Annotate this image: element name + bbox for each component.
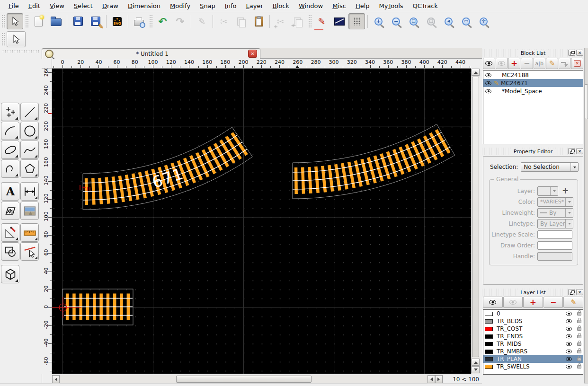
lock-icon[interactable] — [577, 327, 581, 331]
rename-block-button[interactable]: a|b — [534, 58, 546, 69]
lock-icon[interactable] — [577, 342, 581, 346]
layer-list-item[interactable]: 0 — [483, 310, 583, 317]
eye-icon[interactable] — [566, 334, 572, 339]
open-file-button[interactable] — [48, 13, 64, 29]
layer-list-item[interactable]: TR_ENDS — [483, 333, 583, 340]
selection-dropdown[interactable]: No Selection — [521, 162, 579, 172]
eye-icon[interactable] — [485, 81, 491, 85]
circle-tool-button[interactable] — [20, 122, 39, 140]
block-list-item[interactable]: ✎MC24671 — [483, 79, 583, 87]
remove-layer-button[interactable]: − — [543, 297, 563, 308]
menu-misc[interactable]: Misc — [328, 1, 351, 11]
layer-list-item[interactable]: TR_MIDS — [483, 340, 583, 348]
dimension-tool-button[interactable] — [20, 182, 39, 201]
linetype-scale-input[interactable] — [537, 230, 572, 239]
menu-help[interactable]: Help — [351, 1, 374, 11]
drawing-canvas[interactable]: 671 — [52, 69, 471, 374]
show-layer-button[interactable] — [483, 297, 503, 308]
menu-block[interactable]: Block — [268, 1, 294, 11]
solid-tool-button[interactable] — [1, 265, 19, 283]
eye-icon[interactable] — [566, 327, 572, 331]
menu-snap[interactable]: Snap — [195, 1, 220, 11]
points-tool-button[interactable] — [1, 103, 19, 121]
linetype-dropdown[interactable]: By Layer — [537, 219, 573, 228]
copy-reference-button[interactable] — [290, 13, 306, 29]
hide-layer-button[interactable] — [503, 297, 523, 308]
drafting-tool-button[interactable] — [1, 223, 19, 242]
menu-window[interactable]: Window — [294, 1, 328, 11]
block-list-float-button[interactable] — [568, 50, 575, 56]
lock-icon[interactable] — [577, 312, 581, 316]
hatch-tool-button[interactable] — [1, 202, 19, 220]
add-layer-attribute-button[interactable]: + — [562, 187, 569, 195]
eye-icon[interactable] — [566, 312, 572, 316]
lock-icon[interactable] — [577, 350, 581, 353]
layer-list-item[interactable]: TR_PLAN — [483, 355, 583, 363]
lock-icon[interactable] — [577, 358, 581, 361]
add-block-button[interactable]: + — [508, 58, 520, 69]
insert-block-button[interactable] — [559, 58, 571, 69]
new-file-button[interactable] — [30, 13, 47, 29]
polyline-tool-button[interactable] — [1, 159, 19, 178]
add-layer-button[interactable]: + — [523, 297, 543, 308]
layer-list-float-button[interactable] — [568, 289, 575, 295]
zoom-previous-button[interactable] — [423, 13, 439, 29]
menu-layer[interactable]: Layer — [241, 1, 267, 11]
scroll-up-button[interactable] — [472, 69, 480, 76]
eye-icon[interactable] — [566, 357, 572, 361]
select-arrow-button-2[interactable] — [7, 31, 26, 47]
polygon-tool-button[interactable] — [20, 159, 39, 178]
property-editor-float-button[interactable] — [568, 148, 575, 154]
modify-tool-button[interactable] — [20, 242, 39, 261]
eye-icon[interactable] — [485, 89, 491, 93]
layer-list-close-button[interactable]: ✕ — [576, 289, 583, 295]
eye-icon[interactable] — [566, 350, 572, 354]
scroll-down-button[interactable] — [472, 366, 480, 373]
palette-drag-handle[interactable] — [2, 50, 40, 53]
scroll-up-button-2[interactable] — [472, 359, 480, 366]
zoom-window-button[interactable] — [458, 13, 474, 29]
menu-dimension[interactable]: Dimension — [123, 1, 165, 11]
pen-button[interactable] — [194, 13, 210, 29]
zoom-in-button[interactable] — [370, 13, 387, 29]
horizontal-scroll-thumb[interactable] — [176, 376, 312, 383]
menu-mytools[interactable]: MyTools — [374, 1, 408, 11]
lock-icon[interactable] — [577, 335, 581, 338]
copy-button[interactable] — [233, 13, 249, 29]
block-list-item[interactable]: MC24188 — [483, 71, 583, 79]
draw-pen-button[interactable] — [313, 13, 330, 29]
vertical-scroll-thumb[interactable] — [472, 77, 479, 357]
edit-block-button[interactable]: ✎ — [546, 58, 558, 69]
save-button[interactable] — [70, 13, 86, 29]
document-tab[interactable]: * Untitled 1 ✕ — [42, 48, 260, 59]
svg-export-button[interactable] — [109, 13, 125, 29]
eye-icon[interactable] — [566, 319, 572, 324]
layer-list-item[interactable]: TR_SWELLS — [483, 363, 583, 370]
lock-icon[interactable] — [577, 320, 581, 323]
block-list-item[interactable]: *Model_Space — [483, 87, 583, 95]
zoom-out-button[interactable] — [388, 13, 404, 29]
cut-button[interactable] — [215, 13, 232, 29]
canvas-horizontal-scrollbar[interactable] — [52, 375, 443, 383]
spline-tool-button[interactable] — [20, 140, 39, 159]
overlap-tool-button[interactable] — [1, 242, 19, 261]
eye-icon[interactable] — [485, 73, 491, 77]
canvas-vertical-scrollbar[interactable] — [471, 69, 480, 374]
grid-toggle-button[interactable] — [348, 13, 365, 29]
show-block-button[interactable] — [483, 58, 495, 69]
layer-list-item[interactable]: TR_COST — [483, 325, 583, 333]
dock-scrollbar[interactable] — [584, 48, 588, 383]
image-tool-button[interactable] — [20, 202, 39, 220]
redo-button[interactable] — [172, 13, 188, 29]
tab-close-button[interactable]: ✕ — [248, 50, 257, 58]
layer-list-item[interactable]: TR_BEDS — [483, 317, 583, 325]
cut-reference-button[interactable] — [272, 13, 289, 29]
select-arrow-button[interactable] — [7, 13, 23, 29]
edit-layer-button[interactable]: ✎ — [563, 297, 583, 308]
menu-file[interactable]: File — [4, 1, 24, 11]
property-editor-close-button[interactable]: ✕ — [576, 148, 583, 154]
scroll-left-button[interactable] — [52, 375, 60, 383]
zoom-pan-button[interactable] — [475, 13, 492, 29]
menu-view[interactable]: View — [45, 1, 69, 11]
menu-qctrack[interactable]: QCTrack — [408, 1, 443, 11]
